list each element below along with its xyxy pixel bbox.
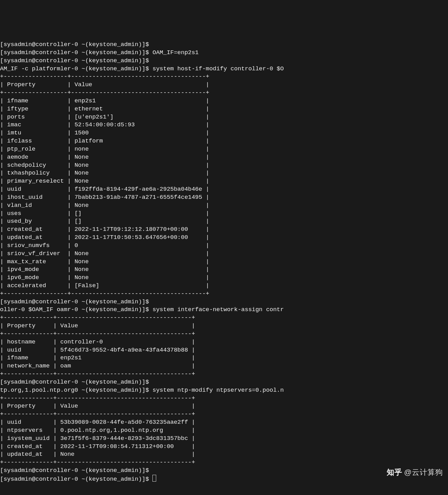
prompt-line: oller-0 $OAM_IF oamr-0 ~(keystone_admin)… [0,306,284,313]
prompt-line: tp.org,1.pool.ntp.org0 ~(keystone_admin)… [0,387,284,394]
prompt-line: [sysadmin@controller-0 ~(keystone_admin)… [0,57,149,64]
table-ntp: +--------------+------------------------… [0,395,195,466]
cursor-icon [152,475,156,482]
terminal-output[interactable]: [sysadmin@controller-0 ~(keystone_admin)… [0,32,448,487]
prompt-line: [sysadmin@controller-0 ~(keystone_admin)… [0,298,149,305]
table-interface-network: +--------------+------------------------… [0,314,195,377]
prompt-line: AM_IF -c platformler-0 ~(keystone_admin)… [0,65,284,72]
table-host-if: +------------------+--------------------… [0,73,209,297]
prompt-line-current[interactable]: [sysadmin@controller-0 ~(keystone_admin)… [0,476,156,483]
zhihu-logo-icon: 知乎 [387,467,402,478]
watermark-handle: @云计算狗 [404,467,443,478]
prompt-line: [sysadmin@controller-0 ~(keystone_admin)… [0,379,149,385]
watermark: 知乎 @云计算狗 [387,467,443,478]
prompt-line: [sysadmin@controller-0 ~(keystone_admin)… [0,49,199,56]
prompt-line: [sysadmin@controller-0 ~(keystone_admin)… [0,41,149,48]
prompt-line: [sysadmin@controller-0 ~(keystone_admin)… [0,467,149,474]
